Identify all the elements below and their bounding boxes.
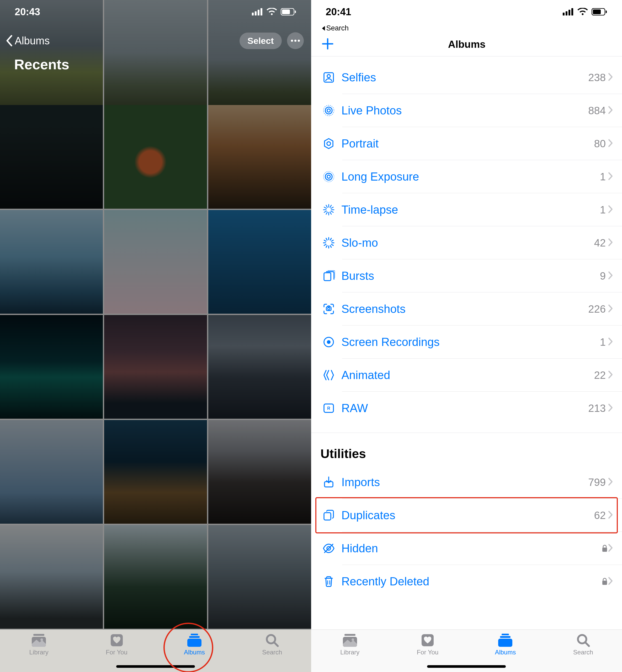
- album-label: RAW: [337, 402, 588, 415]
- tab-for-you[interactable]: For You: [389, 633, 466, 656]
- chevron-right-icon: [608, 304, 613, 314]
- album-count: 9: [600, 270, 608, 282]
- imports-icon: [320, 476, 337, 488]
- back-button[interactable]: Albums: [5, 35, 49, 47]
- tab-albums[interactable]: Albums: [156, 633, 233, 656]
- album-row-screenrec[interactable]: Screen Recordings 1: [311, 325, 622, 359]
- svg-rect-84: [498, 639, 512, 647]
- svg-rect-20: [565, 11, 567, 15]
- album-label: Live Photos: [337, 104, 588, 117]
- chevron-right-icon: [608, 73, 613, 82]
- tab-albums[interactable]: Albums: [466, 633, 544, 656]
- svg-line-51: [330, 246, 331, 247]
- svg-rect-3: [261, 8, 262, 15]
- library-icon: [31, 633, 47, 647]
- album-row-slomo[interactable]: Slo-mo 42: [311, 226, 622, 259]
- photo-thumb[interactable]: [0, 525, 103, 629]
- album-row-deleted[interactable]: Recently Deleted: [311, 565, 622, 598]
- svg-rect-19: [563, 12, 564, 15]
- photo-thumb[interactable]: [208, 210, 311, 314]
- svg-line-60: [331, 240, 333, 241]
- status-icons: [563, 8, 607, 16]
- photo-thumb[interactable]: [104, 105, 207, 209]
- album-row-bursts[interactable]: Bursts 9: [311, 259, 622, 292]
- svg-point-8: [295, 40, 297, 42]
- photo-thumb[interactable]: [208, 525, 311, 629]
- photo-thumb[interactable]: [0, 420, 103, 524]
- tab-search[interactable]: Search: [544, 633, 622, 656]
- add-button[interactable]: [322, 38, 334, 51]
- home-indicator[interactable]: [116, 665, 195, 668]
- for-you-icon: [421, 633, 435, 647]
- photo-thumb[interactable]: [104, 210, 207, 314]
- album-count: 22: [594, 369, 608, 381]
- chevron-right-icon: [608, 139, 613, 148]
- album-row-timelapse[interactable]: Time-lapse 1: [311, 193, 622, 226]
- albums-list[interactable]: Selfies 238 Live Photos 884 Portrait 80 …: [311, 61, 622, 630]
- svg-point-63: [327, 308, 330, 310]
- album-count: 1: [600, 336, 608, 348]
- tab-search[interactable]: Search: [233, 633, 311, 656]
- section-header-utilities: Utilities: [311, 433, 622, 466]
- album-label: Time-lapse: [337, 203, 600, 216]
- chevron-right-icon: [608, 577, 613, 586]
- album-count: 226: [588, 303, 608, 315]
- album-row-longexp[interactable]: Long Exposure 1: [311, 160, 622, 193]
- status-icons: [252, 8, 297, 16]
- svg-rect-78: [344, 634, 355, 636]
- tab-for-you[interactable]: For You: [78, 633, 155, 656]
- album-label: Recently Deleted: [337, 575, 602, 588]
- chevron-right-icon: [608, 404, 613, 413]
- animated-icon: [320, 369, 337, 381]
- album-row-selfies[interactable]: Selfies 238: [311, 61, 622, 94]
- breadcrumb-back[interactable]: Search: [311, 24, 622, 32]
- album-label: Long Exposure: [337, 170, 600, 183]
- svg-line-45: [326, 205, 327, 207]
- photo-thumb[interactable]: [0, 315, 103, 419]
- chevron-right-icon: [608, 478, 613, 487]
- svg-line-42: [324, 211, 326, 212]
- photo-thumb[interactable]: [208, 105, 311, 209]
- svg-line-86: [585, 642, 589, 646]
- photo-thumb[interactable]: [208, 420, 311, 524]
- album-row-screenshots[interactable]: Screenshots 226: [311, 292, 622, 325]
- right-screenshot: 20:41 Search Albums Selfies 238 Live Pho…: [311, 0, 622, 672]
- photo-thumb[interactable]: [104, 315, 207, 419]
- svg-rect-15: [189, 636, 200, 638]
- album-row-raw[interactable]: R RAW 213: [311, 392, 622, 425]
- photo-thumb[interactable]: [0, 105, 103, 209]
- svg-point-33: [327, 142, 331, 146]
- deleted-icon: [320, 575, 337, 588]
- chevron-right-icon: [608, 238, 613, 248]
- photo-thumb[interactable]: [208, 315, 311, 419]
- tab-library[interactable]: Library: [0, 633, 78, 656]
- more-button[interactable]: [287, 32, 304, 49]
- albums-icon: [186, 633, 203, 647]
- chevron-right-icon: [608, 544, 613, 553]
- album-count: 884: [588, 105, 608, 117]
- tab-bar: Library For You Albums Search: [311, 630, 622, 672]
- svg-line-59: [330, 238, 331, 240]
- svg-rect-0: [252, 12, 254, 15]
- status-bar: 20:41: [311, 0, 622, 24]
- svg-line-47: [330, 205, 331, 207]
- home-indicator[interactable]: [427, 665, 506, 668]
- svg-point-7: [291, 40, 293, 42]
- photo-thumb[interactable]: [104, 420, 207, 524]
- album-row-portrait[interactable]: Portrait 80: [311, 127, 622, 160]
- tab-library[interactable]: Library: [311, 633, 389, 656]
- album-row-hidden[interactable]: Hidden: [311, 532, 622, 565]
- album-row-live[interactable]: Live Photos 884: [311, 94, 622, 127]
- screenrec-icon: [320, 336, 337, 348]
- photo-grid[interactable]: [0, 0, 311, 630]
- photo-thumb[interactable]: [104, 525, 207, 629]
- svg-rect-61: [324, 273, 331, 281]
- svg-rect-2: [257, 10, 260, 15]
- album-row-imports[interactable]: Imports 799: [311, 466, 622, 499]
- album-label: Portrait: [337, 137, 594, 150]
- photo-thumb[interactable]: [0, 210, 103, 314]
- album-row-animated[interactable]: Animated 22: [311, 359, 622, 392]
- chevron-right-icon: [608, 511, 613, 520]
- album-row-duplicates[interactable]: Duplicates 62: [311, 499, 622, 532]
- select-button[interactable]: Select: [240, 33, 281, 49]
